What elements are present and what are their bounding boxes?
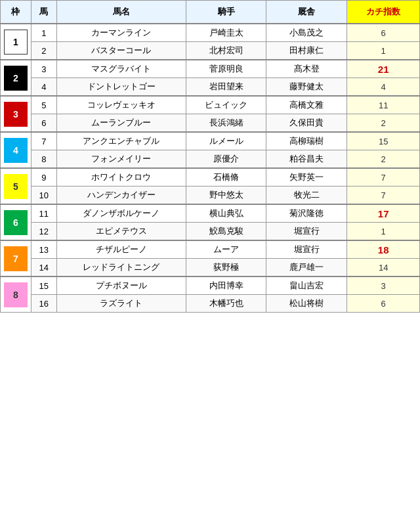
header-kishu: 騎手 [186, 1, 266, 24]
uma-number: 6 [31, 114, 56, 133]
kyusya: 久保田貴 [266, 114, 347, 133]
kishu: ルメール [186, 132, 266, 150]
race-table: 枠 馬 馬名 騎手 厩舎 カチ指数 11カーマンライン戸崎圭太小島茂之62バスタ… [0, 0, 420, 313]
kachi-value: 14 [347, 259, 420, 277]
kachi-value: 2 [347, 114, 420, 133]
kachi-value: 6 [347, 295, 420, 313]
kyusya: 高柳瑞樹 [266, 132, 347, 150]
uma-name: チザルピーノ [57, 240, 186, 259]
kishu: 岩田望来 [186, 78, 266, 97]
waku-box-7: 7 [4, 246, 28, 271]
kachi-value: 7 [347, 168, 420, 187]
kishu: 木幡巧也 [186, 295, 266, 313]
kyusya: 鹿戸雄一 [266, 259, 347, 277]
kachi-value: 18 [347, 240, 420, 259]
uma-number: 7 [31, 132, 56, 150]
kishu: 北村宏司 [186, 42, 266, 60]
kyusya: 松山将樹 [266, 295, 347, 313]
uma-name: ハンデンカイザー [57, 187, 186, 205]
uma-name: ダノンザボルケーノ [57, 204, 186, 223]
uma-name: レッドライトニング [57, 259, 186, 277]
uma-name: マスグラバイト [57, 60, 186, 78]
uma-number: 1 [31, 24, 56, 42]
header-kyusya: 厩舎 [266, 1, 347, 24]
kishu: ムーア [186, 240, 266, 259]
waku-box-5: 5 [4, 174, 28, 199]
kishu: 戸崎圭太 [186, 24, 266, 42]
uma-name: ラズライト [57, 295, 186, 313]
waku-cell-7: 7 [1, 240, 32, 276]
kyusya: 菊沢隆徳 [266, 204, 347, 223]
kachi-value: 4 [347, 78, 420, 97]
kishu: 横山典弘 [186, 204, 266, 223]
uma-name: ドントレットゴー [57, 78, 186, 97]
uma-name: バスターコール [57, 42, 186, 60]
uma-name: カーマンライン [57, 24, 186, 42]
waku-box-2: 2 [4, 66, 28, 91]
waku-cell-1: 1 [1, 24, 32, 60]
waku-box-6: 6 [4, 210, 28, 235]
kachi-value: 21 [347, 60, 420, 78]
kyusya: 田村康仁 [266, 42, 347, 60]
kachi-value: 3 [347, 276, 420, 295]
header-umaname: 馬名 [57, 1, 186, 24]
kyusya: 高橋文雅 [266, 96, 347, 114]
header-waku: 枠 [1, 1, 32, 24]
kishu: 荻野極 [186, 259, 266, 277]
uma-number: 5 [31, 96, 56, 114]
kyusya: 矢野英一 [266, 168, 347, 187]
kyusya: 牧光二 [266, 187, 347, 205]
kishu: 菅原明良 [186, 60, 266, 78]
kyusya: 堀宣行 [266, 240, 347, 259]
uma-number: 10 [31, 187, 56, 205]
uma-name: アンクエンチャブル [57, 132, 186, 150]
kyusya: 小島茂之 [266, 24, 347, 42]
uma-number: 12 [31, 223, 56, 241]
kachi-value: 15 [347, 132, 420, 150]
kachi-value: 1 [347, 42, 420, 60]
waku-box-3: 3 [4, 102, 28, 127]
kishu: 長浜鴻緒 [186, 114, 266, 133]
uma-number: 16 [31, 295, 56, 313]
kyusya: 粕谷昌夫 [266, 150, 347, 169]
kachi-value: 17 [347, 204, 420, 223]
header-uma: 馬 [31, 1, 56, 24]
kachi-value: 6 [347, 24, 420, 42]
waku-cell-6: 6 [1, 204, 32, 240]
kyusya: 畠山吉宏 [266, 276, 347, 295]
kishu: 内田博幸 [186, 276, 266, 295]
kachi-value: 7 [347, 187, 420, 205]
main-table-wrap: 枠 馬 馬名 騎手 厩舎 カチ指数 11カーマンライン戸崎圭太小島茂之62バスタ… [0, 0, 420, 313]
waku-cell-5: 5 [1, 168, 32, 204]
uma-number: 2 [31, 42, 56, 60]
waku-cell-2: 2 [1, 60, 32, 96]
uma-number: 9 [31, 168, 56, 187]
kishu: 野中悠太 [186, 187, 266, 205]
waku-cell-4: 4 [1, 132, 32, 168]
uma-number: 14 [31, 259, 56, 277]
kachi-value: 2 [347, 150, 420, 169]
uma-name: フォンメイリー [57, 150, 186, 169]
uma-name: プチボヌール [57, 276, 186, 295]
header-kachi: カチ指数 [347, 1, 420, 24]
uma-name: ホワイトクロウ [57, 168, 186, 187]
uma-name: エピメテウス [57, 223, 186, 241]
waku-box-8: 8 [4, 282, 28, 307]
kachi-value: 1 [347, 223, 420, 241]
kishu: 鮫島克駿 [186, 223, 266, 241]
kyusya: 髙木登 [266, 60, 347, 78]
kachi-value: 11 [347, 96, 420, 114]
uma-number: 4 [31, 78, 56, 97]
waku-box-4: 4 [4, 138, 28, 163]
uma-number: 15 [31, 276, 56, 295]
waku-cell-8: 8 [1, 276, 32, 313]
uma-number: 3 [31, 60, 56, 78]
waku-box-1: 1 [4, 30, 28, 55]
kyusya: 堀宣行 [266, 223, 347, 241]
kishu: 原優介 [186, 150, 266, 169]
uma-number: 13 [31, 240, 56, 259]
waku-cell-3: 3 [1, 96, 32, 132]
kishu: ビュイック [186, 96, 266, 114]
uma-number: 8 [31, 150, 56, 169]
uma-name: ムーランブルー [57, 114, 186, 133]
